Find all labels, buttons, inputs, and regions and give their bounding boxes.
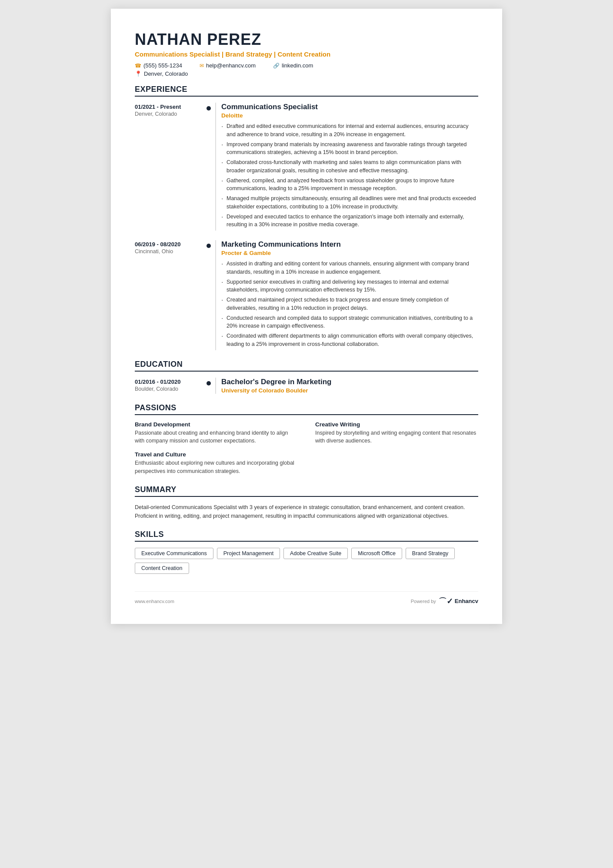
skill-tag: Project Management (217, 548, 280, 559)
footer-powered: Powered by ⌒✓ Enhancv (411, 596, 478, 607)
edu-1-location: Boulder, Colorado (135, 386, 207, 392)
job-1-right: Communications Specialist Deloitte Draft… (215, 103, 478, 231)
education-section: EDUCATION 01/2016 - 01/2020 Boulder, Col… (135, 360, 478, 394)
education-title: EDUCATION (135, 360, 478, 372)
skills-title: SKILLS (135, 530, 478, 542)
passion-2: Creative Writing Inspired by storytellin… (315, 421, 478, 446)
phone-icon: ☎ (135, 63, 141, 69)
candidate-name: NATHAN PEREZ (135, 30, 478, 49)
bullet-item: Drafted and edited executive communicati… (221, 122, 478, 139)
job-2-bullets: Assisted in drafting and editing content… (221, 260, 478, 349)
location-text: Denver, Colorado (144, 70, 188, 77)
edu-1-school: University of Colorado Boulder (221, 387, 478, 394)
skill-tag: Adobe Creative Suite (283, 548, 348, 559)
email-contact: ✉ help@enhancv.com (200, 62, 256, 69)
passion-1: Brand Development Passionate about creat… (135, 421, 298, 446)
powered-by-text: Powered by (411, 599, 436, 604)
timeline-dot-2 (207, 244, 211, 248)
passion-2-desc: Inspired by storytelling and writing eng… (315, 429, 478, 446)
skill-tag: Content Creation (135, 563, 189, 574)
bullet-item: Created and maintained project schedules… (221, 296, 478, 312)
footer-website: www.enhancv.com (135, 599, 174, 604)
job-2-title: Marketing Communications Intern (221, 240, 478, 249)
linkedin-icon: 🔗 (273, 63, 280, 69)
edu-1-degree: Bachelor's Degree in Marketing (221, 378, 478, 386)
passion-3-title: Travel and Culture (135, 451, 298, 458)
skills-section: SKILLS Executive Communications Project … (135, 530, 478, 574)
job-1-location: Denver, Colorado (135, 111, 207, 117)
bullet-item: Assisted in drafting and editing content… (221, 260, 478, 276)
edu-1: 01/2016 - 01/2020 Boulder, Colorado Bach… (135, 378, 478, 394)
skill-tag: Microsoft Office (351, 548, 402, 559)
passion-3: Travel and Culture Enthusiastic about ex… (135, 451, 298, 476)
bullet-item: Coordinated with different departments t… (221, 332, 478, 349)
location-contact: 📍 Denver, Colorado (135, 70, 478, 77)
job-2-company: Procter & Gamble (221, 250, 478, 256)
logo-icon: ⌒✓ (439, 596, 453, 607)
bullet-item: Collaborated cross-functionally with mar… (221, 158, 478, 175)
summary-title: SUMMARY (135, 485, 478, 497)
linkedin-contact: 🔗 linkedin.com (273, 62, 313, 69)
job-2: 06/2019 - 08/2020 Cincinnati, Ohio Marke… (135, 240, 478, 350)
bullet-item: Managed multiple projects simultaneously… (221, 194, 478, 211)
job-1-company: Deloitte (221, 112, 478, 119)
timeline-dot-edu (207, 381, 211, 385)
edu-1-date: 01/2016 - 01/2020 (135, 379, 207, 385)
logo-text: Enhancv (455, 598, 478, 604)
job-2-timeline (207, 240, 211, 350)
candidate-title: Communications Specialist | Brand Strate… (135, 50, 478, 58)
resume-page: NATHAN PEREZ Communications Specialist |… (111, 9, 502, 624)
passion-1-title: Brand Development (135, 421, 298, 428)
linkedin-url: linkedin.com (282, 62, 313, 69)
job-2-date: 06/2019 - 08/2020 (135, 241, 207, 248)
job-1-title: Communications Specialist (221, 103, 478, 111)
contact-row: ☎ (555) 555-1234 ✉ help@enhancv.com 🔗 li… (135, 62, 478, 69)
bullet-item: Developed and executed tactics to enhanc… (221, 213, 478, 229)
passions-title: PASSIONS (135, 403, 478, 415)
skill-tag: Brand Strategy (406, 548, 455, 559)
bullet-item: Supported senior executives in crafting … (221, 278, 478, 295)
skill-tag: Executive Communications (135, 548, 213, 559)
bullet-item: Gathered, compiled, and analyzed feedbac… (221, 177, 478, 193)
edu-1-timeline (207, 378, 211, 394)
location-icon: 📍 (135, 70, 142, 77)
passion-2-title: Creative Writing (315, 421, 478, 428)
job-2-location: Cincinnati, Ohio (135, 248, 207, 255)
passions-grid: Brand Development Passionate about creat… (135, 421, 478, 476)
summary-section: SUMMARY Detail-oriented Communications S… (135, 485, 478, 520)
skills-grid: Executive Communications Project Managem… (135, 548, 478, 574)
timeline-dot-1 (207, 106, 211, 111)
phone-number: (555) 555-1234 (143, 62, 182, 69)
job-2-right: Marketing Communications Intern Procter … (215, 240, 478, 350)
experience-section: EXPERIENCE 01/2021 - Present Denver, Col… (135, 85, 478, 350)
job-1-timeline (207, 103, 211, 231)
footer: www.enhancv.com Powered by ⌒✓ Enhancv (135, 591, 478, 607)
job-1: 01/2021 - Present Denver, Colorado Commu… (135, 103, 478, 231)
experience-title: EXPERIENCE (135, 85, 478, 97)
phone-contact: ☎ (555) 555-1234 (135, 62, 182, 69)
bullet-item: Improved company brand materials by incr… (221, 141, 478, 157)
job-1-date: 01/2021 - Present (135, 104, 207, 110)
job-2-left: 06/2019 - 08/2020 Cincinnati, Ohio (135, 240, 207, 350)
job-1-bullets: Drafted and edited executive communicati… (221, 122, 478, 229)
email-address: help@enhancv.com (206, 62, 256, 69)
passion-1-desc: Passionate about creating and enhancing … (135, 429, 298, 446)
email-icon: ✉ (200, 63, 204, 69)
edu-1-left: 01/2016 - 01/2020 Boulder, Colorado (135, 378, 207, 394)
enhancv-logo: ⌒✓ Enhancv (439, 596, 478, 607)
header-section: NATHAN PEREZ Communications Specialist |… (135, 30, 478, 77)
passions-section: PASSIONS Brand Development Passionate ab… (135, 403, 478, 476)
edu-1-right: Bachelor's Degree in Marketing Universit… (215, 378, 478, 394)
job-1-left: 01/2021 - Present Denver, Colorado (135, 103, 207, 231)
passion-3-desc: Enthusiastic about exploring new culture… (135, 459, 298, 476)
summary-text: Detail-oriented Communications Specialis… (135, 503, 478, 520)
bullet-item: Conducted research and compiled data to … (221, 314, 478, 331)
